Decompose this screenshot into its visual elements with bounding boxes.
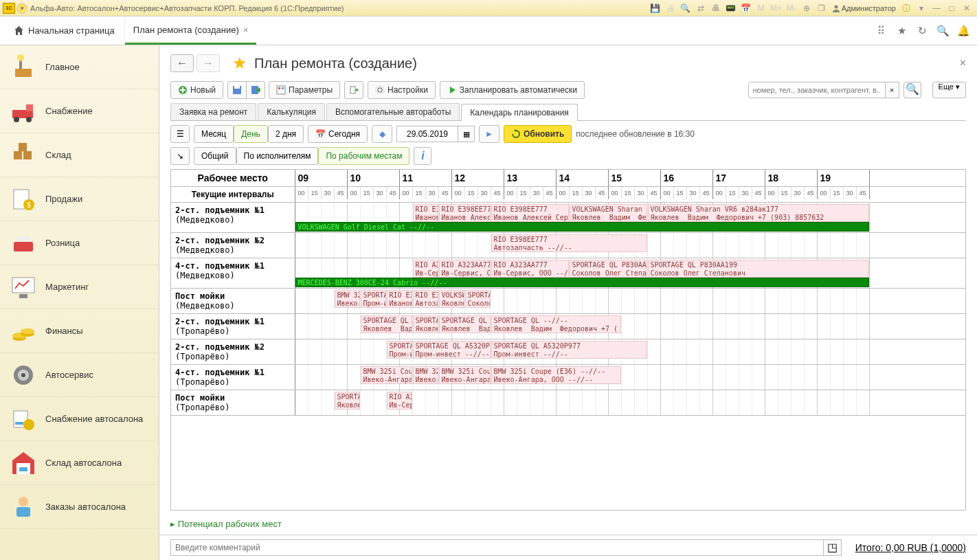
list-mode-button[interactable]: ☰ bbox=[170, 125, 190, 143]
sidebar-item-warehouse[interactable]: Склад bbox=[0, 133, 159, 177]
gantt-bar[interactable]: VOLKSW Яковле bbox=[439, 290, 464, 308]
gantt-bar[interactable]: SPORTAGE QL A5320P977 Пром-инвест --//-- bbox=[491, 341, 647, 359]
gantt-bar[interactable]: SPORTA Яковле bbox=[335, 392, 360, 410]
windows-icon[interactable]: ❐ bbox=[816, 2, 828, 14]
view-toggle-button[interactable]: ↘ bbox=[170, 147, 190, 165]
gantt-bar[interactable]: SPORTAGE QL Яковлев Вад bbox=[439, 315, 491, 333]
print-icon[interactable]: 🖨 bbox=[664, 2, 677, 14]
sidebar-item-dealer_warehouse[interactable]: Склад автосалона bbox=[0, 441, 159, 485]
print2-icon[interactable]: 🖶 bbox=[710, 2, 722, 14]
save-close-button[interactable] bbox=[246, 81, 265, 99]
gantt-bar[interactable]: SPORTAGE QL P830AA Соколов Олег Степа bbox=[570, 260, 647, 278]
new-button[interactable]: Новый bbox=[170, 81, 223, 99]
app-menu-dropdown-icon[interactable]: ▾ bbox=[16, 3, 27, 14]
gantt-bar[interactable]: RIO E3 Иванов bbox=[413, 204, 438, 222]
gantt-bar[interactable]: SPORTAGE QL A5320P Пром-инвест --//-- bbox=[413, 341, 491, 359]
subtab-1[interactable]: Калькуляция bbox=[258, 103, 325, 120]
gantt-bar[interactable]: RIO E3 Автоза bbox=[413, 290, 438, 308]
export-button[interactable] bbox=[344, 81, 363, 99]
sidebar-item-supply[interactable]: Снабжение bbox=[0, 89, 159, 133]
minimize-icon[interactable]: — bbox=[930, 2, 943, 14]
maximize-icon[interactable]: □ bbox=[945, 2, 958, 14]
notifications-icon[interactable]: 🔔 bbox=[955, 23, 972, 39]
close-window-icon[interactable]: ✕ bbox=[961, 2, 973, 14]
gantt-bar[interactable]: BMW 32 Ивеко- bbox=[335, 290, 360, 308]
sidebar-item-retail[interactable]: Розница bbox=[0, 221, 159, 265]
gantt-bar[interactable]: VOLKSWAGEN Sharan Яковлев Вадим Фе bbox=[570, 204, 647, 222]
sidebar-item-dealer_orders[interactable]: Заказы автосалона bbox=[0, 485, 159, 529]
search-advanced-icon[interactable]: 🔍 bbox=[903, 82, 921, 98]
gantt-bar[interactable]: SPORTAGE QL P830AA199 Соколов Олег Степа… bbox=[648, 260, 869, 278]
gantt-bar[interactable]: RIO A323AA777 Ив-Сервис, ООО --/ bbox=[491, 260, 569, 278]
sidebar-item-marketing[interactable]: Маркетинг bbox=[0, 265, 159, 309]
save-icon[interactable]: 💾 bbox=[649, 2, 662, 14]
gantt-bar[interactable]: RIO E3 Иванов bbox=[387, 290, 412, 308]
search-input[interactable] bbox=[748, 82, 886, 98]
prev-day-button[interactable]: ◆ bbox=[372, 125, 392, 143]
mode-performers-button[interactable]: По исполнителям bbox=[236, 147, 319, 165]
gantt-bar[interactable]: RIO A3 Ив-Сер bbox=[387, 392, 412, 410]
gantt-bar[interactable]: BMW 32 Ивеко- bbox=[413, 366, 438, 384]
next-day-button[interactable]: ► bbox=[479, 125, 499, 143]
m-plus-icon[interactable]: M+ bbox=[770, 2, 783, 14]
info-icon[interactable]: ⓘ bbox=[900, 2, 912, 14]
sidebar-item-dealer_supply[interactable]: Снабжение автосалона bbox=[0, 397, 159, 441]
nav-back-button[interactable]: ← bbox=[170, 54, 194, 72]
view-month-button[interactable]: Месяц bbox=[194, 125, 234, 143]
sidebar-item-autoservice[interactable]: Автосервис bbox=[0, 353, 159, 397]
save-doc-button[interactable] bbox=[227, 81, 247, 99]
gantt-bar[interactable]: SPORTAGE QL --//-- Яковлев Вадим Федоров… bbox=[491, 315, 621, 333]
apps-grid-icon[interactable]: ⠿ bbox=[873, 23, 889, 39]
gantt-bar[interactable]: RIO A3 Ив-Сер bbox=[413, 260, 438, 278]
subtab-3[interactable]: Календарь планирования bbox=[461, 104, 578, 121]
today-button[interactable]: 📅Сегодня bbox=[308, 125, 368, 143]
view-2days-button[interactable]: 2 дня bbox=[268, 125, 304, 143]
gantt-bar[interactable]: BMW 325i Cou Ивеко-Ангара bbox=[439, 366, 491, 384]
history-icon[interactable]: ↻ bbox=[914, 23, 930, 39]
info-button[interactable]: i bbox=[414, 147, 431, 165]
favorites-star-icon[interactable]: ★ bbox=[893, 23, 910, 39]
refresh-button[interactable]: Обновить bbox=[504, 125, 572, 143]
gantt-bar[interactable]: SPORTAGE QL Яковлев Вад bbox=[361, 315, 412, 333]
subtab-2[interactable]: Вспомогательные автоработы bbox=[326, 103, 460, 120]
gantt-bar[interactable]: SPORTA Пром-и bbox=[361, 290, 386, 308]
gantt-chart[interactable]: Рабочее место0910111213141516171819Текущ… bbox=[170, 169, 966, 511]
compare-icon[interactable]: ⇄ bbox=[695, 2, 707, 14]
gantt-bar[interactable]: MERCEDES-BENZ 300CE-24 Cabrio --//-- bbox=[295, 278, 869, 287]
calendar-icon[interactable]: 📅 bbox=[740, 2, 752, 14]
search-clear-icon[interactable]: × bbox=[886, 82, 899, 98]
potential-workplaces-toggle[interactable]: Потенциал рабочих мест bbox=[159, 513, 977, 535]
sidebar-item-finance[interactable]: Финансы bbox=[0, 309, 159, 353]
subtab-0[interactable]: Заявка на ремонт bbox=[170, 103, 256, 120]
tab-home[interactable]: Начальная страница bbox=[4, 16, 125, 45]
settings-button[interactable]: Настройки bbox=[368, 81, 436, 99]
gantt-bar[interactable]: BMW 325i Coupe (E36) --//-- Ивеко-Ангара… bbox=[491, 366, 621, 384]
gantt-bar[interactable]: SPORTA Яковле bbox=[413, 315, 438, 333]
date-input[interactable] bbox=[396, 126, 458, 142]
comment-input[interactable] bbox=[170, 539, 824, 556]
tab-plan-remonta[interactable]: План ремонта (создание) × bbox=[125, 16, 257, 45]
m-icon[interactable]: M bbox=[755, 2, 767, 14]
params-button[interactable]: Параметры bbox=[269, 81, 340, 99]
gantt-bar[interactable]: SPORTA Соколо bbox=[465, 290, 491, 308]
date-picker-icon[interactable]: ▦ bbox=[458, 126, 475, 142]
gantt-bar[interactable]: VOLKSWAGEN Golf Diesel Cat --//-- bbox=[295, 222, 869, 232]
page-close-icon[interactable]: × bbox=[960, 57, 966, 69]
mode-workplaces-button[interactable]: По рабочим местам bbox=[318, 147, 409, 165]
sidebar-item-sales[interactable]: $Продажи bbox=[0, 177, 159, 221]
preview-icon[interactable]: 🔍 bbox=[680, 2, 692, 14]
gantt-bar[interactable]: SPORTA Пром-и bbox=[387, 341, 412, 359]
zoom-in-icon[interactable]: ⊕ bbox=[800, 2, 813, 14]
more-button[interactable]: Еще ▾ bbox=[932, 82, 966, 98]
gantt-bar[interactable]: RIO E398EE777 Автозапчасть --//-- bbox=[491, 234, 647, 252]
nav-forward-button[interactable]: → bbox=[196, 54, 220, 72]
gantt-bar[interactable]: VOLKSWAGEN Sharan VR6 в284ак177 Яковлев … bbox=[648, 204, 869, 222]
gantt-bar[interactable]: RIO E398EE777 Иванов Алексей Сер bbox=[491, 204, 569, 222]
m-minus-icon[interactable]: M- bbox=[785, 2, 798, 14]
mode-general-button[interactable]: Общий bbox=[194, 147, 236, 165]
gantt-bar[interactable]: RIO E398EE777 Иванов Алекс bbox=[439, 204, 491, 222]
calculator-icon[interactable]: 📟 bbox=[725, 2, 737, 14]
auto-plan-button[interactable]: Запланировать автоматически bbox=[440, 81, 585, 99]
view-day-button[interactable]: День bbox=[234, 125, 268, 143]
comment-open-icon[interactable]: ◳ bbox=[824, 539, 842, 556]
